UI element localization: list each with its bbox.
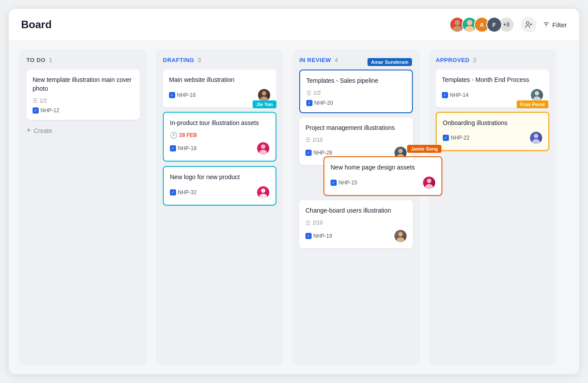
task-count: ☰ 2/10 <box>305 136 323 143</box>
card-nhp-18[interactable]: In-product tour illustration assets 🕐 28… <box>163 112 276 162</box>
ticket-id: NHP-19 <box>313 233 332 239</box>
header-right: A F +3 Filter <box>449 17 567 33</box>
ticket-badge: ✓ NHP-12 <box>33 107 59 114</box>
card-title: Templates - Sales pipeline <box>306 77 406 85</box>
ticket-badge: ✓ NHP-18 <box>170 145 197 151</box>
filter-button[interactable]: Filter <box>543 21 567 29</box>
card-title: Main website illustration <box>169 76 270 85</box>
ticket-id: NHP-28 <box>313 150 332 156</box>
card-ticket-row: ✓ NHP-19 <box>305 230 407 242</box>
card-nhp-32[interactable]: New logo for new product ✓ NHP-32 <box>163 166 276 206</box>
checkbox-icon: ✓ <box>306 100 312 106</box>
card-meta: ☰ 2/10 <box>305 220 407 226</box>
svg-point-14 <box>261 188 265 193</box>
avatar: F <box>486 17 502 33</box>
column-title-todo: TO DO <box>26 57 45 63</box>
checkbox-icon: ✓ <box>305 233 312 239</box>
checkbox-icon: ✓ <box>169 92 175 98</box>
avatar-face <box>530 132 542 144</box>
svg-point-16 <box>398 149 403 153</box>
ticket-badge: ✓ NHP-28 <box>305 150 332 156</box>
ticket-badge: ✓ NHP-14 <box>442 92 469 98</box>
checkbox-icon: ✓ <box>331 180 337 186</box>
task-icon: ☰ <box>305 220 311 226</box>
ticket-badge: ✓ NHP-16 <box>169 92 196 98</box>
avatar-group: A F +3 <box>449 17 514 33</box>
clock-icon: 🕐 <box>170 132 177 139</box>
column-inreview: IN REVIEW 4 Templates - Sales pipeline ☰… <box>292 50 420 365</box>
card-wrapper-nhp-19: Jamie Song New home page design assets ✓… <box>299 169 413 248</box>
card-ticket-row: ✓ NHP-20 <box>306 100 406 106</box>
page-title: Board <box>21 18 51 31</box>
card-nhp-20[interactable]: Templates - Sales pipeline ☰ 1/2 ✓ NHP-2… <box>299 70 413 113</box>
card-wrapper-nhp-22: Fran Perez Onboarding illustrations ✓ NH… <box>436 112 549 151</box>
plus-icon: + <box>26 126 31 135</box>
due-date-value: 28 FEB <box>179 132 197 138</box>
filter-icon <box>543 21 550 28</box>
add-member-button[interactable] <box>521 17 537 33</box>
header: Board A <box>9 9 579 41</box>
card-nhp-12[interactable]: New template illustration main cover pho… <box>26 70 140 120</box>
card-title: New logo for new product <box>170 173 269 182</box>
card-meta: ✓ NHP-14 <box>442 89 543 101</box>
card-nhp-22[interactable]: Fran Perez Onboarding illustrations ✓ NH… <box>436 112 549 151</box>
task-count: ☰ 1/2 <box>33 97 47 104</box>
ticket-badge: ✓ NHP-20 <box>306 100 333 106</box>
card-meta: ✓ NHP-16 <box>169 89 270 101</box>
avatar-face <box>257 142 269 155</box>
svg-point-22 <box>535 91 539 96</box>
task-icon: ☰ <box>33 97 38 104</box>
card-nhp-19[interactable]: Change-board users illustration ☰ 2/10 ✓… <box>299 200 413 248</box>
svg-point-18 <box>427 179 431 183</box>
card-meta: ☰ 2/10 <box>305 136 407 143</box>
card-title: In-product tour illustration assets <box>170 119 269 128</box>
card-meta: ✓ NHP-18 <box>170 142 269 155</box>
create-button[interactable]: + Create <box>26 124 140 137</box>
card-title: New template illustration main cover pho… <box>33 76 134 93</box>
svg-point-3 <box>465 26 474 33</box>
ticket-badge: ✓ NHP-22 <box>443 135 470 141</box>
checkbox-icon: ✓ <box>442 92 448 98</box>
card-avatar <box>258 89 270 101</box>
card-title: Templates - Month End Process <box>442 76 543 85</box>
svg-point-24 <box>534 134 538 138</box>
card-avatar <box>257 186 269 199</box>
column-count-drafting: 3 <box>198 57 201 63</box>
column-title-inreview: IN REVIEW <box>299 57 331 63</box>
card-tooltip-amar: Amar Sunderam <box>368 58 412 66</box>
card-wrapper-nhp-18: In-product tour illustration assets 🕐 28… <box>163 112 276 162</box>
column-title-drafting: DRAFTING <box>163 57 194 63</box>
ticket-id: NHP-12 <box>40 107 59 114</box>
card-meta: ✓ NHP-15 <box>331 177 435 189</box>
checkbox-icon: ✓ <box>33 107 39 114</box>
card-nhp-15[interactable]: Jamie Song New home page design assets ✓… <box>323 156 442 196</box>
svg-point-21 <box>397 237 404 242</box>
svg-point-20 <box>398 232 403 236</box>
add-person-icon <box>525 21 533 29</box>
card-tooltip-jieyan: Jie Yan <box>253 100 276 108</box>
avatar-face <box>394 230 407 242</box>
create-label: Create <box>34 127 52 134</box>
ticket-id: NHP-20 <box>314 100 333 106</box>
column-approved: APPROVED 2 Templates - Month End Process… <box>429 50 556 365</box>
checkbox-icon: ✓ <box>170 189 176 195</box>
svg-point-25 <box>532 139 540 144</box>
ticket-id: NHP-14 <box>450 92 469 98</box>
card-wrapper-nhp-20: Templates - Sales pipeline ☰ 1/2 ✓ NHP-2… <box>299 70 413 113</box>
ticket-badge: ✓ NHP-15 <box>331 180 357 186</box>
card-title: Onboarding illustrations <box>443 119 542 128</box>
filter-label: Filter <box>552 21 567 29</box>
task-count: ☰ 2/10 <box>305 220 323 226</box>
due-date: 🕐 28 FEB <box>170 132 269 139</box>
svg-point-4 <box>526 22 529 24</box>
card-avatar <box>530 132 542 144</box>
card-tooltip-fran: Fran Perez <box>517 100 548 108</box>
task-count-value: 1/2 <box>313 90 321 96</box>
card-meta-left: ☰ 1/2 <box>33 97 47 104</box>
svg-point-2 <box>467 20 472 25</box>
ticket-badge: ✓ NHP-19 <box>305 233 332 239</box>
svg-point-12 <box>261 144 265 149</box>
svg-point-1 <box>452 26 462 33</box>
svg-point-15 <box>259 194 267 199</box>
ticket-badge: ✓ NHP-32 <box>170 189 197 195</box>
